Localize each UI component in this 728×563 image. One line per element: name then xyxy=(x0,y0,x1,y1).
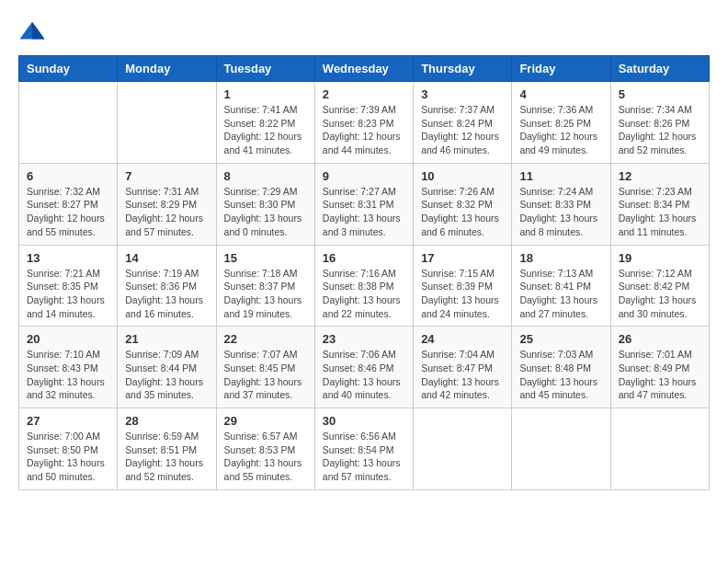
day-info: Sunrise: 7:04 AM Sunset: 8:47 PM Dayligh… xyxy=(421,348,504,402)
day-info: Sunrise: 7:34 AM Sunset: 8:26 PM Dayligh… xyxy=(619,103,701,157)
day-info: Sunrise: 7:15 AM Sunset: 8:39 PM Dayligh… xyxy=(421,267,504,321)
day-number: 9 xyxy=(323,169,405,183)
day-number: 22 xyxy=(224,332,307,346)
day-cell: 30Sunrise: 6:56 AM Sunset: 8:54 PM Dayli… xyxy=(314,408,413,490)
day-cell: 16Sunrise: 7:16 AM Sunset: 8:38 PM Dayli… xyxy=(314,245,413,327)
day-number: 18 xyxy=(519,251,602,265)
day-cell: 6Sunrise: 7:32 AM Sunset: 8:27 PM Daylig… xyxy=(19,163,118,245)
weekday-header-saturday: Saturday xyxy=(610,56,709,82)
weekday-header-tuesday: Tuesday xyxy=(216,56,314,82)
day-number: 1 xyxy=(224,87,307,101)
day-info: Sunrise: 7:21 AM Sunset: 8:35 PM Dayligh… xyxy=(27,267,109,321)
day-number: 2 xyxy=(323,87,405,101)
day-cell: 24Sunrise: 7:04 AM Sunset: 8:47 PM Dayli… xyxy=(414,327,512,408)
day-number: 25 xyxy=(519,332,602,346)
day-cell xyxy=(19,82,118,164)
day-cell: 9Sunrise: 7:27 AM Sunset: 8:31 PM Daylig… xyxy=(314,163,413,245)
day-cell: 4Sunrise: 7:36 AM Sunset: 8:25 PM Daylig… xyxy=(512,82,610,164)
day-info: Sunrise: 7:12 AM Sunset: 8:42 PM Dayligh… xyxy=(619,267,701,321)
day-info: Sunrise: 7:24 AM Sunset: 8:33 PM Dayligh… xyxy=(519,185,602,239)
day-cell: 29Sunrise: 6:57 AM Sunset: 8:53 PM Dayli… xyxy=(216,408,314,490)
day-info: Sunrise: 7:19 AM Sunset: 8:36 PM Dayligh… xyxy=(125,267,208,321)
day-info: Sunrise: 7:10 AM Sunset: 8:43 PM Dayligh… xyxy=(27,348,109,402)
day-cell: 12Sunrise: 7:23 AM Sunset: 8:34 PM Dayli… xyxy=(610,163,709,245)
week-row-2: 6Sunrise: 7:32 AM Sunset: 8:27 PM Daylig… xyxy=(19,163,710,245)
day-cell: 15Sunrise: 7:18 AM Sunset: 8:37 PM Dayli… xyxy=(216,245,314,327)
day-info: Sunrise: 6:56 AM Sunset: 8:54 PM Dayligh… xyxy=(323,430,405,484)
day-cell: 17Sunrise: 7:15 AM Sunset: 8:39 PM Dayli… xyxy=(414,245,512,327)
day-number: 23 xyxy=(323,332,405,346)
weekday-header-thursday: Thursday xyxy=(414,56,512,82)
week-row-3: 13Sunrise: 7:21 AM Sunset: 8:35 PM Dayli… xyxy=(19,245,710,327)
day-info: Sunrise: 7:23 AM Sunset: 8:34 PM Dayligh… xyxy=(619,185,701,239)
calendar-header: SundayMondayTuesdayWednesdayThursdayFrid… xyxy=(19,56,710,82)
day-number: 14 xyxy=(125,251,208,265)
day-cell: 14Sunrise: 7:19 AM Sunset: 8:36 PM Dayli… xyxy=(118,245,216,327)
week-row-1: 1Sunrise: 7:41 AM Sunset: 8:22 PM Daylig… xyxy=(19,82,710,164)
day-info: Sunrise: 7:26 AM Sunset: 8:32 PM Dayligh… xyxy=(421,185,504,239)
weekday-header-friday: Friday xyxy=(512,56,610,82)
calendar: SundayMondayTuesdayWednesdayThursdayFrid… xyxy=(18,55,710,490)
day-cell xyxy=(414,408,512,490)
day-cell: 7Sunrise: 7:31 AM Sunset: 8:29 PM Daylig… xyxy=(118,163,216,245)
day-info: Sunrise: 7:31 AM Sunset: 8:29 PM Dayligh… xyxy=(125,185,208,239)
day-cell: 27Sunrise: 7:00 AM Sunset: 8:50 PM Dayli… xyxy=(19,408,118,490)
day-cell: 2Sunrise: 7:39 AM Sunset: 8:23 PM Daylig… xyxy=(314,82,413,164)
day-info: Sunrise: 7:27 AM Sunset: 8:31 PM Dayligh… xyxy=(323,185,405,239)
day-cell: 13Sunrise: 7:21 AM Sunset: 8:35 PM Dayli… xyxy=(19,245,118,327)
week-row-5: 27Sunrise: 7:00 AM Sunset: 8:50 PM Dayli… xyxy=(19,408,710,490)
day-number: 27 xyxy=(27,414,109,428)
day-number: 26 xyxy=(619,332,701,346)
day-number: 24 xyxy=(421,332,504,346)
day-info: Sunrise: 7:06 AM Sunset: 8:46 PM Dayligh… xyxy=(323,348,405,402)
day-number: 11 xyxy=(519,169,602,183)
day-number: 20 xyxy=(27,332,109,346)
day-cell xyxy=(610,408,709,490)
day-cell: 21Sunrise: 7:09 AM Sunset: 8:44 PM Dayli… xyxy=(118,327,216,408)
day-info: Sunrise: 7:01 AM Sunset: 8:49 PM Dayligh… xyxy=(619,348,701,402)
day-info: Sunrise: 7:41 AM Sunset: 8:22 PM Dayligh… xyxy=(224,103,307,157)
day-info: Sunrise: 7:00 AM Sunset: 8:50 PM Dayligh… xyxy=(27,430,109,484)
day-cell: 8Sunrise: 7:29 AM Sunset: 8:30 PM Daylig… xyxy=(216,163,314,245)
day-number: 16 xyxy=(323,251,405,265)
day-info: Sunrise: 7:09 AM Sunset: 8:44 PM Dayligh… xyxy=(125,348,208,402)
day-number: 19 xyxy=(619,251,701,265)
day-info: Sunrise: 7:37 AM Sunset: 8:24 PM Dayligh… xyxy=(421,103,504,157)
day-number: 29 xyxy=(224,414,307,428)
week-row-4: 20Sunrise: 7:10 AM Sunset: 8:43 PM Dayli… xyxy=(19,327,710,408)
day-info: Sunrise: 7:32 AM Sunset: 8:27 PM Dayligh… xyxy=(27,185,109,239)
day-number: 6 xyxy=(27,169,109,183)
day-cell: 26Sunrise: 7:01 AM Sunset: 8:49 PM Dayli… xyxy=(610,327,709,408)
logo-icon xyxy=(18,18,46,46)
day-cell: 5Sunrise: 7:34 AM Sunset: 8:26 PM Daylig… xyxy=(610,82,709,164)
day-info: Sunrise: 7:16 AM Sunset: 8:38 PM Dayligh… xyxy=(323,267,405,321)
day-cell: 11Sunrise: 7:24 AM Sunset: 8:33 PM Dayli… xyxy=(512,163,610,245)
day-number: 28 xyxy=(125,414,208,428)
day-number: 4 xyxy=(519,87,602,101)
day-cell: 3Sunrise: 7:37 AM Sunset: 8:24 PM Daylig… xyxy=(414,82,512,164)
weekday-header-sunday: Sunday xyxy=(19,56,118,82)
header xyxy=(18,18,710,46)
day-number: 15 xyxy=(224,251,307,265)
day-info: Sunrise: 6:59 AM Sunset: 8:51 PM Dayligh… xyxy=(125,430,208,484)
day-cell: 1Sunrise: 7:41 AM Sunset: 8:22 PM Daylig… xyxy=(216,82,314,164)
day-cell xyxy=(118,82,216,164)
day-cell xyxy=(512,408,610,490)
day-number: 21 xyxy=(125,332,208,346)
weekday-header-wednesday: Wednesday xyxy=(314,56,413,82)
day-cell: 22Sunrise: 7:07 AM Sunset: 8:45 PM Dayli… xyxy=(216,327,314,408)
day-number: 7 xyxy=(125,169,208,183)
svg-marker-1 xyxy=(32,22,45,40)
day-info: Sunrise: 7:13 AM Sunset: 8:41 PM Dayligh… xyxy=(519,267,602,321)
day-cell: 10Sunrise: 7:26 AM Sunset: 8:32 PM Dayli… xyxy=(414,163,512,245)
day-info: Sunrise: 7:36 AM Sunset: 8:25 PM Dayligh… xyxy=(519,103,602,157)
day-number: 10 xyxy=(421,169,504,183)
day-number: 8 xyxy=(224,169,307,183)
day-number: 5 xyxy=(619,87,701,101)
weekday-row: SundayMondayTuesdayWednesdayThursdayFrid… xyxy=(19,56,710,82)
logo xyxy=(18,18,50,46)
day-cell: 18Sunrise: 7:13 AM Sunset: 8:41 PM Dayli… xyxy=(512,245,610,327)
day-info: Sunrise: 7:07 AM Sunset: 8:45 PM Dayligh… xyxy=(224,348,307,402)
day-number: 30 xyxy=(323,414,405,428)
day-cell: 23Sunrise: 7:06 AM Sunset: 8:46 PM Dayli… xyxy=(314,327,413,408)
